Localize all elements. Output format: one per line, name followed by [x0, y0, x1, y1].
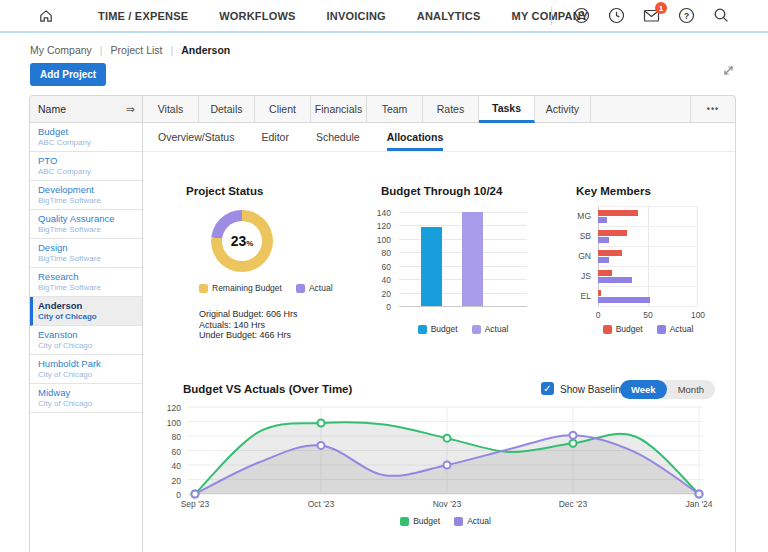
nav-item-workflows[interactable]: WORKFLOWS — [219, 10, 295, 22]
legend-item-actual: Actual — [296, 283, 333, 293]
toggle-week[interactable]: Week — [620, 380, 667, 399]
marker-actual — [192, 491, 199, 498]
sidebar-item-midway[interactable]: MidwayCity of Chicago — [30, 384, 142, 413]
sidebar-item-humboldt-park[interactable]: Humboldt ParkCity of Chicago — [30, 355, 142, 384]
budget-vs-actuals-title: Budget VS Actuals (Over Time) — [183, 383, 352, 395]
account-icon[interactable] — [573, 7, 590, 24]
main-area: VitalsDetailsClientFinancialsTeamRatesTa… — [143, 96, 735, 552]
client-name: ABC Company — [38, 138, 138, 148]
sidebar-item-quality-assurance[interactable]: Quality AssuranceBigTime Software — [30, 210, 142, 239]
breadcrumb-separator: | — [100, 44, 103, 56]
bar-sb-budget — [598, 230, 627, 236]
subtab-allocations[interactable]: Allocations — [387, 123, 444, 151]
bar-mg-budget — [598, 210, 638, 216]
sidebar-item-research[interactable]: ResearchBigTime Software — [30, 268, 142, 297]
budget-through-title: Budget Through 10/24 — [381, 185, 502, 197]
marker-actual — [696, 491, 703, 498]
nav-divider — [551, 7, 552, 25]
marker-actual — [318, 442, 325, 449]
donut-percent-sign: % — [246, 239, 253, 248]
nav-item-invoicing[interactable]: INVOICING — [327, 10, 386, 22]
search-icon[interactable] — [713, 7, 730, 24]
toggle-month[interactable]: Month — [667, 380, 715, 399]
home-icon[interactable] — [38, 8, 54, 24]
stat-line: Under Budget: 466 Hrs — [199, 330, 298, 341]
subtab-editor[interactable]: Editor — [261, 123, 288, 151]
tab-activity[interactable]: Activity — [535, 96, 591, 123]
collapse-panel-icon[interactable]: ⇒ — [126, 104, 135, 115]
row-separator — [598, 286, 698, 287]
client-name: BigTime Software — [38, 283, 138, 293]
marker-budget — [444, 435, 451, 442]
subtab-overview-status[interactable]: Overview/Status — [158, 123, 234, 151]
tab-details[interactable]: Details — [199, 96, 255, 123]
sidebar-item-development[interactable]: DevelopmentBigTime Software — [30, 181, 142, 210]
x-tick-label-dec-23: Dec '23 — [548, 499, 598, 509]
legend-swatch — [296, 284, 305, 293]
tab-team[interactable]: Team — [367, 96, 423, 123]
bar-actual — [462, 212, 483, 306]
tab-overflow-menu[interactable]: ••• — [691, 96, 735, 123]
line-chart — [188, 407, 703, 494]
legend-label: Actual — [467, 516, 491, 526]
client-name: City of Chicago — [38, 312, 138, 322]
top-nav: TIME / EXPENSEWORKFLOWSINVOICINGANALYTIC… — [0, 0, 768, 33]
tab-tasks[interactable]: Tasks — [479, 96, 535, 123]
x-tick-label-oct-23: Oct '23 — [296, 499, 346, 509]
tab-rates[interactable]: Rates — [423, 96, 479, 123]
nav-item-analytics[interactable]: ANALYTICS — [417, 10, 481, 22]
legend-item-remaining-budget: Remaining Budget — [199, 283, 282, 293]
sidebar-item-evanston[interactable]: EvanstonCity of Chicago — [30, 326, 142, 355]
tab-bar-spacer — [591, 96, 691, 123]
legend-item-actual: Actual — [454, 516, 491, 526]
messages-icon[interactable]: 1 — [643, 8, 660, 23]
y-tick-label: 40 — [151, 461, 181, 471]
bar-budget — [421, 227, 442, 306]
bar-mg-actual — [598, 217, 607, 223]
client-name: City of Chicago — [38, 399, 138, 409]
sidebar-item-budget[interactable]: BudgetABC Company — [30, 123, 142, 152]
y-tick-label: 120 — [151, 403, 181, 413]
x-tick-label-sep-23: Sep '23 — [170, 499, 220, 509]
breadcrumb-anderson: Anderson — [181, 44, 230, 56]
recent-clock-icon[interactable] — [608, 7, 625, 24]
y-tick-label: 100 — [357, 235, 391, 245]
category-label-el: EL — [569, 291, 591, 301]
bar-chart-legend: BudgetActual — [389, 324, 537, 334]
tab-vitals[interactable]: Vitals — [143, 96, 199, 123]
x-tick-label: 50 — [636, 310, 660, 320]
y-tick-label: 60 — [151, 447, 181, 457]
tab-financials[interactable]: Financials — [311, 96, 367, 123]
subtab-schedule[interactable]: Schedule — [316, 123, 360, 151]
category-label-js: JS — [569, 271, 591, 281]
breadcrumb-my-company[interactable]: My Company — [30, 44, 92, 56]
nav-item-time-expense[interactable]: TIME / EXPENSE — [98, 10, 188, 22]
legend-item-actual: Actual — [657, 324, 694, 334]
expand-icon[interactable] — [722, 64, 735, 77]
sidebar-item-anderson[interactable]: AndersonCity of Chicago — [30, 297, 142, 326]
y-tick-label: 0 — [357, 302, 391, 312]
help-icon[interactable]: ? — [678, 7, 695, 24]
y-tick-label: 100 — [151, 418, 181, 428]
legend-swatch — [199, 284, 208, 293]
project-name: Evanston — [38, 329, 138, 341]
breadcrumb-project-list[interactable]: Project List — [111, 44, 163, 56]
project-name: Budget — [38, 126, 138, 138]
messages-badge: 1 — [655, 2, 667, 14]
legend-swatch — [454, 517, 463, 526]
y-tick-label: 80 — [151, 432, 181, 442]
x-tick-label-nov-23: Nov '23 — [422, 499, 472, 509]
add-project-button[interactable]: Add Project — [30, 63, 106, 86]
sidebar-item-design[interactable]: DesignBigTime Software — [30, 239, 142, 268]
sidebar-item-pto[interactable]: PTOABC Company — [30, 152, 142, 181]
tab-client[interactable]: Client — [255, 96, 311, 123]
bar-sb-actual — [598, 237, 609, 243]
donut-chart: 23% — [211, 210, 273, 272]
y-tick-label: 60 — [357, 262, 391, 272]
marker-budget — [570, 440, 577, 447]
show-baseline-checkbox[interactable]: ✓ — [541, 382, 554, 395]
project-status-stats: Original Budget: 606 HrsActuals: 140 Hrs… — [199, 309, 298, 341]
project-name: Humboldt Park — [38, 358, 138, 370]
y-tick-label: 140 — [357, 208, 391, 218]
stat-line: Actuals: 140 Hrs — [199, 320, 298, 331]
